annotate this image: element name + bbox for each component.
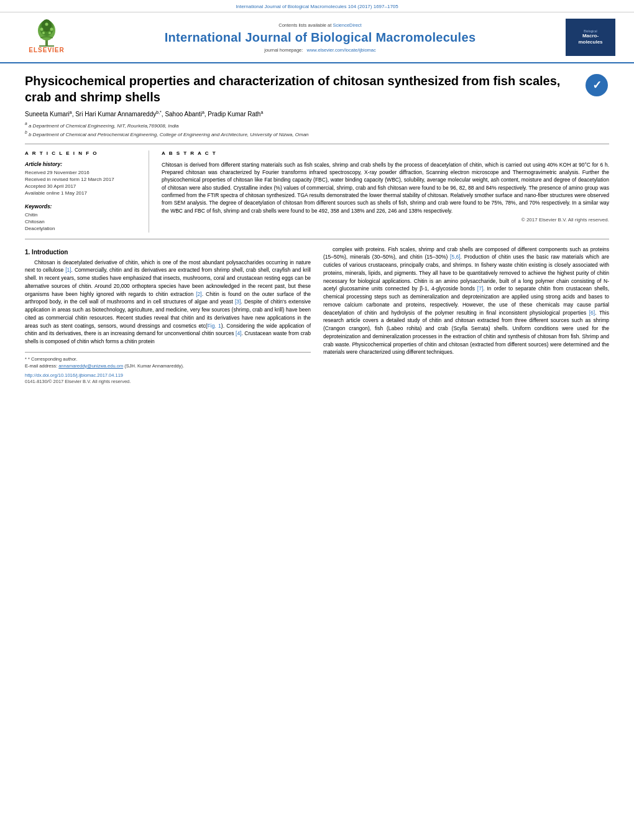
body-col-left: 1. Introduction Chitosan is deacetylated… xyxy=(25,246,311,384)
svg-point-8 xyxy=(42,32,45,34)
affiliations: a a Department of Chemical Engineering, … xyxy=(25,121,609,137)
elsevier-wordmark: ELSEVIER xyxy=(29,47,64,53)
contents-available-line: Contents lists available at ScienceDirec… xyxy=(75,22,566,28)
crossmark-logo: ✓ xyxy=(584,73,609,98)
abstract-copyright: © 2017 Elsevier B.V. All rights reserved… xyxy=(162,217,609,223)
ref-1: [1] xyxy=(65,267,71,273)
body-section: 1. Introduction Chitosan is deacetylated… xyxy=(25,246,609,384)
journal-homepage-line: journal homepage: www.elsevier.com/locat… xyxy=(75,47,566,53)
email-link[interactable]: annamareddy@unizwa.edu.om xyxy=(58,363,123,369)
fig1-ref: Fig. 1 xyxy=(208,323,221,329)
crossmark-icon: ✓ xyxy=(584,73,609,98)
article-title-section: Physicochemical properties and character… xyxy=(25,73,609,105)
svg-point-5 xyxy=(40,28,44,31)
corresponding-author-note: * * Corresponding author. xyxy=(25,356,311,362)
body-col-right: complex with proteins. Fish scales, shri… xyxy=(323,246,609,384)
body-para-1: Chitosan is deacetylated derivative of c… xyxy=(25,259,311,346)
keyword-chitosan: Chitosan xyxy=(25,219,139,224)
citation-text: International Journal of Biological Macr… xyxy=(236,4,398,9)
section-divider xyxy=(25,239,609,239)
abstract-column: A B S T R A C T Chitosan is derived from… xyxy=(162,150,609,233)
article-title: Physicochemical properties and character… xyxy=(25,73,575,105)
keyword-chitin: Chitin xyxy=(25,212,139,218)
affiliation-a: a a Department of Chemical Engineering, … xyxy=(25,121,609,129)
abstract-heading: A B S T R A C T xyxy=(162,150,609,156)
ref-7: [7] xyxy=(477,285,483,292)
sciencedirect-link[interactable]: ScienceDirect xyxy=(333,22,361,28)
elsevier-logo: ELSEVIER xyxy=(19,19,75,56)
keyword-deacetylation: Deacetylation xyxy=(25,226,139,231)
footnote-section: * * Corresponding author. E-mail address… xyxy=(25,352,311,369)
history-received: Received 29 November 2016 xyxy=(25,170,139,175)
ref-2: [2] xyxy=(196,291,201,297)
body-para-2: complex with proteins. Fish scales, shri… xyxy=(323,246,609,357)
doi-section: http://dx.doi.org/10.1016/j.ijbiomac.201… xyxy=(25,372,311,384)
biomacro-logo-title: Macro-molecules xyxy=(578,33,602,45)
svg-point-6 xyxy=(50,28,53,31)
history-online: Available online 1 May 2017 xyxy=(25,190,139,196)
ref-4: [4] xyxy=(236,330,241,336)
svg-text:✓: ✓ xyxy=(592,79,602,91)
history-accepted: Accepted 30 April 2017 xyxy=(25,183,139,189)
affiliation-b: b b Department of Chemical and Petrochem… xyxy=(25,130,609,137)
keywords-label: Keywords: xyxy=(25,203,139,210)
email-footnote: E-mail address: annamareddy@unizwa.edu.o… xyxy=(25,363,311,369)
history-revised: Received in revised form 12 March 2017 xyxy=(25,177,139,182)
abstract-text: Chitosan is derived from different start… xyxy=(162,161,609,215)
ref-3: [3] xyxy=(235,298,241,305)
authors-line: Suneeta Kumaria, Sri Hari Kumar Annamare… xyxy=(25,110,609,118)
doi-link[interactable]: http://dx.doi.org/10.1016/j.ijbiomac.201… xyxy=(25,372,311,378)
elsevier-tree-icon xyxy=(28,19,65,47)
ref-56: [5,6] xyxy=(450,254,461,260)
article-content: Physicochemical properties and character… xyxy=(0,63,634,397)
journal-title: International Journal of Biological Macr… xyxy=(75,30,566,45)
journal-header: ELSEVIER Contents lists available at Sci… xyxy=(0,12,634,63)
article-info-heading: A R T I C L E I N F O xyxy=(25,150,139,156)
article-info-column: A R T I C L E I N F O Article history: R… xyxy=(25,150,149,233)
author-pradip: Pradip Kumar Rath xyxy=(208,111,260,118)
page: International Journal of Biological Macr… xyxy=(0,0,634,840)
issn-line: 0141-8130/© 2017 Elsevier B.V. All right… xyxy=(25,379,131,384)
author-srihari: Sri Hari Kumar Annamareddy xyxy=(75,111,156,118)
svg-point-7 xyxy=(45,23,48,26)
biomacro-logo: Biological Macro-molecules xyxy=(566,19,615,56)
homepage-link[interactable]: www.elsevier.com/locate/ijbiomac xyxy=(306,47,375,53)
journal-center: Contents lists available at ScienceDirec… xyxy=(75,22,566,53)
history-label: Article history: xyxy=(25,161,139,167)
article-info-abstract-section: A R T I C L E I N F O Article history: R… xyxy=(25,144,609,233)
ref-6b: [6] xyxy=(589,310,595,316)
author-sahoo: Sahoo Abanti xyxy=(165,111,202,118)
svg-point-9 xyxy=(48,32,51,34)
author-suneeta: Suneeta Kumari xyxy=(25,111,70,118)
section1-heading: 1. Introduction xyxy=(25,249,311,256)
top-citation-bar: International Journal of Biological Macr… xyxy=(0,0,634,12)
